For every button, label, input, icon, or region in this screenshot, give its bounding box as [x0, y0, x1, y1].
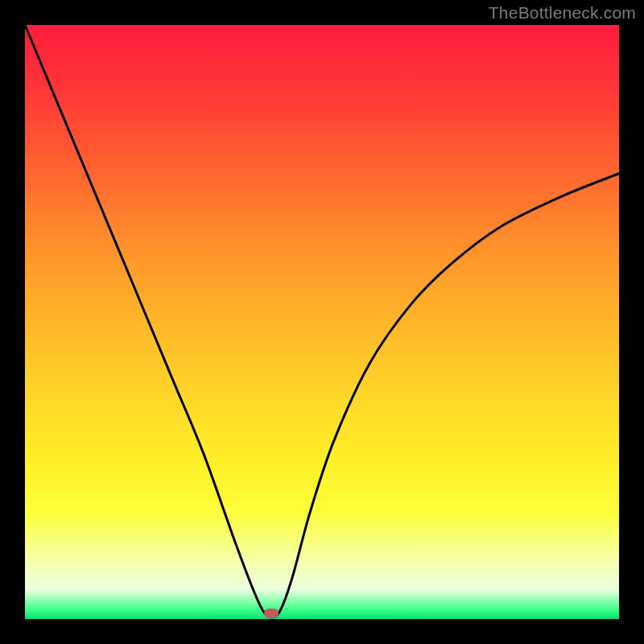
chart-frame: TheBottleneck.com: [0, 0, 644, 644]
optimal-point-marker: [264, 609, 279, 618]
bottleneck-curve: [25, 25, 619, 619]
watermark-text: TheBottleneck.com: [489, 3, 636, 23]
